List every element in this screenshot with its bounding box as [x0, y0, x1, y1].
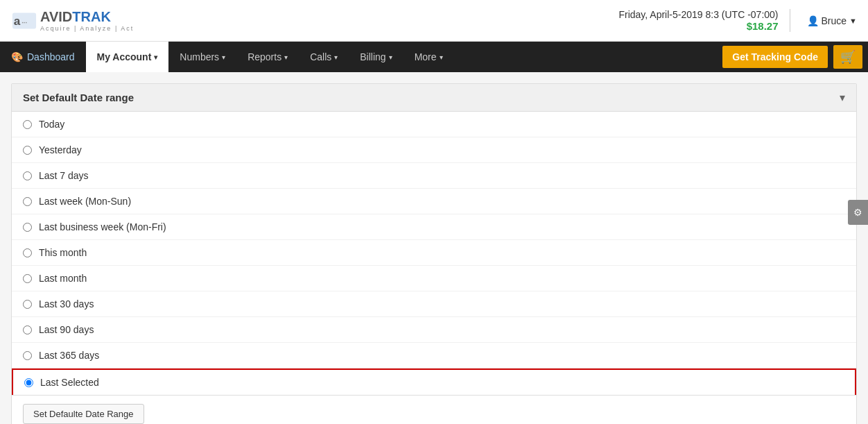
reports-caret: ▾	[284, 53, 288, 61]
panel-title: Set Default Date range	[23, 92, 134, 103]
radio-label-3[interactable]: Last week (Mon-Sun)	[39, 196, 131, 207]
radio-row-4: Last business week (Mon-Fri)	[12, 214, 856, 240]
radio-1[interactable]	[23, 146, 32, 155]
set-default-button[interactable]: Set Defaulte Date Range	[23, 404, 144, 424]
radio-label-8[interactable]: Last 90 days	[39, 324, 94, 335]
calls-caret: ▾	[334, 53, 338, 61]
settings-icon: ⚙	[853, 207, 862, 218]
svg-text:···: ···	[21, 18, 27, 26]
radio-5[interactable]	[23, 248, 32, 257]
panel-collapse-icon[interactable]: ▾	[840, 91, 845, 104]
top-right-wrapper: Friday, April-5-2019 8:3 (UTC -07:00) $1…	[618, 9, 857, 32]
logo-icon: a ···	[11, 8, 37, 34]
balance: $18.27	[618, 20, 778, 32]
datetime: Friday, April-5-2019 8:3 (UTC -07:00)	[618, 9, 778, 20]
nav-right: Get Tracking Code 🛒	[722, 45, 868, 69]
date-range-panel: Set Default Date range ▾ TodayYesterdayL…	[11, 83, 857, 424]
user-info[interactable]: 👤 Bruce ▼	[807, 15, 857, 26]
logo-area: a ··· AVIDTRAK Acquire | Analyze | Act	[11, 8, 134, 34]
cart-icon: 🛒	[840, 50, 856, 64]
nav-dashboard-label: Dashboard	[27, 51, 75, 62]
user-caret: ▼	[849, 17, 857, 25]
radio-list: TodayYesterdayLast 7 daysLast week (Mon-…	[12, 112, 856, 395]
username: Bruce	[822, 15, 847, 26]
radio-2[interactable]	[23, 171, 32, 180]
radio-row-9: Last 365 days	[12, 343, 856, 368]
radio-8[interactable]	[23, 325, 32, 334]
nav-reports[interactable]: Reports ▾	[236, 42, 299, 72]
numbers-caret: ▾	[222, 53, 225, 61]
nav-numbers[interactable]: Numbers ▾	[168, 42, 236, 72]
radio-row-5: This month	[12, 240, 856, 266]
svg-text:a: a	[14, 14, 21, 27]
radio-label-0[interactable]: Today	[39, 119, 64, 130]
radio-label-1[interactable]: Yesterday	[39, 144, 82, 155]
nav-bar: 🎨 Dashboard My Account ▾ Numbers ▾ Repor…	[0, 42, 868, 72]
nav-calls-label: Calls	[310, 51, 331, 62]
radio-label-5[interactable]: This month	[39, 247, 87, 258]
logo-text: AVIDTRAK	[40, 9, 134, 25]
nav-reports-label: Reports	[248, 51, 281, 62]
nav-more-label: More	[415, 51, 437, 62]
radio-row-7: Last 30 days	[12, 291, 856, 317]
radio-label-7[interactable]: Last 30 days	[39, 298, 94, 309]
my-account-caret: ▾	[154, 53, 157, 61]
dashboard-icon: 🎨	[11, 51, 23, 62]
radio-row-1: Yesterday	[12, 137, 856, 163]
top-bar: a ··· AVIDTRAK Acquire | Analyze | Act F…	[0, 0, 868, 42]
cart-icon-button[interactable]: 🛒	[833, 45, 862, 69]
nav-more[interactable]: More ▾	[403, 42, 454, 72]
user-icon: 👤	[807, 15, 819, 26]
nav-my-account-label: My Account	[97, 51, 152, 62]
nav-billing[interactable]: Billing ▾	[349, 42, 403, 72]
nav-dashboard[interactable]: 🎨 Dashboard	[0, 42, 86, 72]
radio-6[interactable]	[23, 274, 32, 283]
billing-caret: ▾	[389, 53, 392, 61]
panel-header: Set Default Date range ▾	[12, 84, 856, 112]
radio-9[interactable]	[23, 351, 32, 360]
set-button-row: Set Defaulte Date Range	[12, 395, 856, 424]
radio-row-2: Last 7 days	[12, 163, 856, 189]
main-content: Set Default Date range ▾ TodayYesterdayL…	[0, 72, 868, 424]
nav-billing-label: Billing	[360, 51, 385, 62]
radio-label-10[interactable]: Last Selected	[40, 377, 99, 388]
radio-0[interactable]	[23, 120, 32, 129]
radio-7[interactable]	[23, 300, 32, 309]
radio-3[interactable]	[23, 197, 32, 206]
radio-row-0: Today	[12, 112, 856, 137]
nav-numbers-label: Numbers	[180, 51, 219, 62]
more-caret: ▾	[440, 53, 443, 61]
radio-10[interactable]	[24, 378, 33, 387]
radio-label-9[interactable]: Last 365 days	[39, 350, 99, 361]
radio-label-6[interactable]: Last month	[39, 273, 87, 284]
settings-sidebar[interactable]: ⚙	[848, 200, 868, 225]
radio-label-4[interactable]: Last business week (Mon-Fri)	[39, 221, 166, 232]
logo-sub: Acquire | Analyze | Act	[40, 25, 134, 32]
nav-my-account[interactable]: My Account ▾	[86, 42, 169, 72]
radio-row-3: Last week (Mon-Sun)	[12, 189, 856, 214]
radio-row-10: Last Selected	[12, 368, 856, 395]
radio-label-2[interactable]: Last 7 days	[39, 170, 89, 181]
radio-row-6: Last month	[12, 266, 856, 291]
nav-calls[interactable]: Calls ▾	[299, 42, 349, 72]
get-tracking-button[interactable]: Get Tracking Code	[722, 46, 828, 68]
radio-row-8: Last 90 days	[12, 317, 856, 343]
radio-4[interactable]	[23, 223, 32, 232]
